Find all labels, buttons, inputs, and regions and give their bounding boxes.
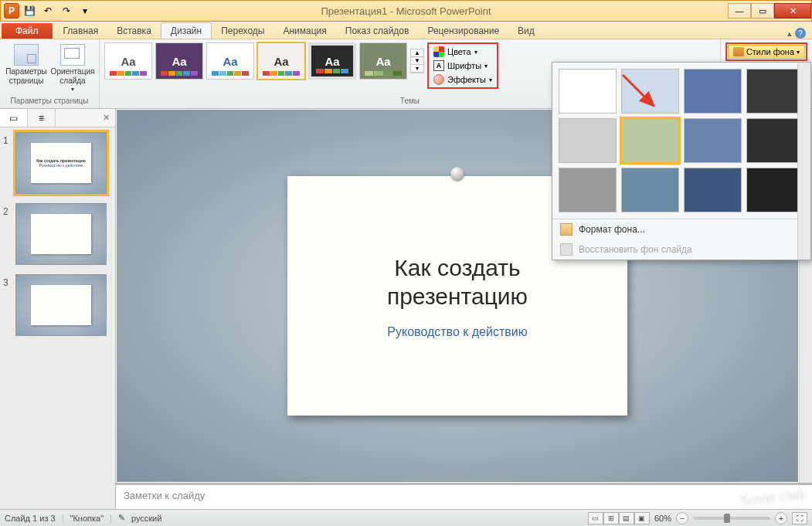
minimize-button[interactable]: —: [728, 3, 751, 19]
format-background-icon: [560, 223, 572, 236]
theme-item[interactable]: Aa: [308, 42, 356, 80]
thumbnail-row: 2: [3, 203, 112, 265]
tab-view[interactable]: Вид: [508, 23, 544, 39]
minimize-ribbon-icon[interactable]: ▴: [787, 29, 792, 39]
tab-slideshow[interactable]: Показ слайдов: [336, 23, 419, 39]
tab-design[interactable]: Дизайн: [161, 22, 212, 39]
bg-swatch[interactable]: [684, 118, 742, 163]
close-panel-icon[interactable]: ✕: [97, 109, 115, 127]
theme-options-highlight: Цвета ▾ A Шрифты ▾ Эффекты ▾: [427, 42, 498, 89]
chevron-down-icon: ▾: [474, 49, 477, 56]
tab-file[interactable]: Файл: [2, 23, 53, 39]
maximize-button[interactable]: ▭: [751, 3, 774, 19]
colors-label: Цвета: [447, 47, 471, 56]
bg-swatch-selected[interactable]: [621, 118, 679, 163]
orientation-button[interactable]: Ориентация слайда ▾: [51, 42, 94, 93]
window-title: Презентация1 - Microsoft PowerPoint: [321, 5, 491, 17]
effects-icon: [433, 74, 444, 85]
chevron-down-icon: ▾: [797, 49, 800, 56]
zoom-out-button[interactable]: −: [676, 512, 688, 524]
page-setup-button[interactable]: Параметры страницы: [5, 42, 48, 86]
slide-thumbnail[interactable]: [15, 274, 107, 336]
tab-home[interactable]: Главная: [54, 23, 108, 39]
theme-scroll-up-icon[interactable]: ▲: [411, 49, 423, 57]
theme-name: "Кнопка": [70, 514, 104, 523]
thumbnail-row: 1 Как создать презентациюРуководство к д…: [3, 132, 112, 194]
bg-swatch[interactable]: [559, 168, 617, 212]
fonts-label: Шрифты: [447, 61, 481, 70]
thumbnails-list: 1 Как создать презентациюРуководство к д…: [0, 127, 115, 509]
zoom-thumb[interactable]: [724, 514, 730, 523]
reset-background-item: Восстановить фон слайда: [552, 239, 810, 260]
background-styles-popup: Формат фона... Восстановить фон слайда: [552, 62, 811, 260]
bg-swatch[interactable]: [621, 69, 679, 114]
zoom-in-button[interactable]: +: [775, 512, 787, 524]
tab-animation[interactable]: Анимация: [273, 23, 335, 39]
reset-background-icon: [560, 243, 572, 256]
tab-insert[interactable]: Вставка: [107, 23, 161, 39]
slide-thumbnail[interactable]: Как создать презентациюРуководство к дей…: [15, 132, 107, 194]
sorter-view-button[interactable]: ⊞: [603, 512, 619, 524]
tab-transitions[interactable]: Переходы: [212, 23, 273, 39]
qat-dropdown-icon[interactable]: ▾: [76, 3, 93, 19]
normal-view-button[interactable]: ▭: [588, 512, 603, 524]
bg-swatch[interactable]: [559, 118, 617, 163]
ribbon-help: ▴ ?: [787, 28, 812, 39]
notes-pane[interactable]: Заметки к слайду: [116, 483, 812, 509]
help-icon[interactable]: ?: [795, 28, 806, 39]
zoom-slider[interactable]: [693, 517, 770, 520]
colors-button[interactable]: Цвета ▾: [432, 46, 494, 58]
slideshow-view-button[interactable]: ▣: [634, 512, 650, 524]
slides-tab[interactable]: ▭: [0, 109, 28, 127]
bg-swatch[interactable]: [746, 118, 804, 163]
chevron-down-icon: ▾: [489, 76, 492, 83]
theme-item-selected[interactable]: Aa: [257, 42, 305, 80]
background-styles-highlight: Стили фона ▾: [725, 42, 807, 61]
close-button[interactable]: ✕: [774, 3, 811, 19]
title-bar: P 💾 ↶ ↷ ▾ Презентация1 - Microsoft Power…: [0, 0, 812, 22]
group-label-page: Параметры страницы: [5, 97, 94, 107]
theme-item[interactable]: Aa: [206, 42, 254, 80]
bg-swatch[interactable]: [621, 168, 679, 212]
thumb-number: 3: [3, 274, 11, 336]
format-background-item[interactable]: Формат фона...: [552, 219, 810, 239]
slide-thumbnail[interactable]: [15, 203, 107, 265]
popup-scrollbar[interactable]: [797, 63, 810, 260]
fit-to-window-button[interactable]: ⛶: [792, 512, 807, 524]
theme-item[interactable]: Aa: [104, 42, 152, 80]
fonts-icon: A: [433, 60, 444, 71]
fonts-button[interactable]: A Шрифты ▾: [432, 59, 494, 72]
reading-view-button[interactable]: ▤: [619, 512, 634, 524]
page-setup-icon: [14, 44, 39, 66]
theme-item[interactable]: Aa: [155, 42, 203, 80]
effects-button[interactable]: Эффекты ▾: [432, 73, 494, 86]
window-controls: — ▭ ✕: [728, 3, 811, 19]
theme-scroll-down-icon[interactable]: ▼: [411, 57, 423, 65]
slide-subtitle[interactable]: Руководство к действию: [387, 325, 527, 339]
bg-swatch[interactable]: [746, 69, 804, 114]
thumbnail-row: 3: [3, 274, 112, 336]
thumbnail-tabs: ▭ ≡ ✕: [0, 109, 115, 127]
background-styles-button[interactable]: Стили фона ▾: [728, 45, 805, 59]
tab-review[interactable]: Рецензирование: [418, 23, 508, 39]
save-icon[interactable]: 💾: [21, 3, 38, 19]
undo-icon[interactable]: ↶: [39, 3, 56, 19]
bg-swatch[interactable]: [746, 168, 804, 212]
effects-label: Эффекты: [447, 75, 486, 84]
theme-gallery-nav: ▲ ▼ ▾: [410, 49, 424, 73]
app-icon[interactable]: P: [4, 3, 19, 19]
redo-icon[interactable]: ↷: [58, 3, 75, 19]
chevron-down-icon: ▾: [71, 86, 74, 93]
outline-tab[interactable]: ≡: [28, 109, 56, 127]
language-indicator[interactable]: русский: [131, 514, 161, 523]
bg-swatch[interactable]: [684, 168, 742, 212]
spellcheck-icon[interactable]: ✎: [118, 513, 125, 523]
chevron-down-icon: ▾: [484, 63, 488, 70]
reset-background-label: Восстановить фон слайда: [579, 244, 692, 255]
slide-title[interactable]: Как создатьпрезентацию: [387, 253, 528, 311]
zoom-level[interactable]: 60%: [654, 514, 671, 523]
bg-swatch[interactable]: [559, 69, 617, 114]
theme-item[interactable]: Aa: [359, 42, 407, 80]
bg-swatch[interactable]: [684, 69, 742, 114]
theme-expand-icon[interactable]: ▾: [411, 65, 423, 73]
